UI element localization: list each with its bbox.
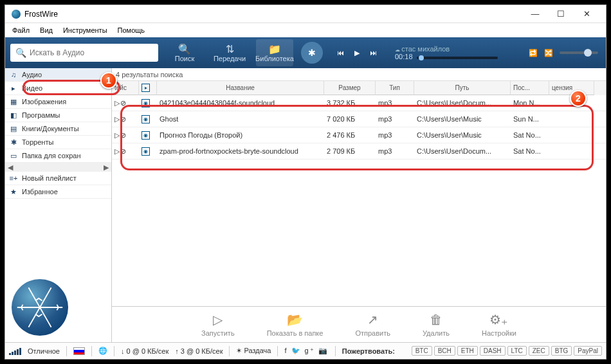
sidebar-item-starred[interactable]: ★Избранное — [5, 185, 111, 199]
flag-icon[interactable] — [73, 347, 85, 355]
volume-slider[interactable] — [560, 51, 598, 54]
col-name[interactable]: Название — [157, 81, 324, 95]
sidebar-item-images[interactable]: ▦Изображения — [5, 95, 111, 109]
crypto-btc[interactable]: BTC — [412, 346, 432, 356]
col-icon[interactable]: ▸ — [139, 81, 157, 95]
row-path: C:\Users\User\Music — [414, 111, 511, 127]
app-window: FrostWire — ☐ ✕ Файл Вид Инструменты Пом… — [5, 5, 606, 359]
col-size[interactable]: Размер — [324, 81, 376, 95]
col-date[interactable]: Пос... — [511, 81, 549, 95]
statusbar: Отличное 🌐 ↓ 0 @ 0 КБ/сек ↑ 3 @ 0 КБ/сек… — [5, 342, 606, 359]
table-row[interactable]: ▷ ⊘ ◉ 0421043e04440438044f-soundcloud 3 … — [112, 95, 606, 111]
progress-bar[interactable] — [417, 57, 498, 59]
app-icon — [12, 10, 21, 19]
menubar: Файл Вид Инструменты Помощь — [5, 23, 606, 37]
toolbar: 🔍 🔍 Поиск ⇅ Передачи 📁 Библиотека ✱ ⏮ ▶ … — [5, 37, 606, 68]
row-name: 0421043e04440438044f-soundcloud — [157, 95, 324, 111]
table-header: tейс ▸ Название Размер Тип Путь Пос... ц… — [112, 81, 606, 95]
open-folder-icon: 📂 — [287, 312, 303, 327]
tab-transfers[interactable]: ⇅ Передачи — [211, 39, 248, 66]
action-delete[interactable]: 🗑Удалить — [423, 313, 450, 337]
row-actions[interactable]: ▷ ⊘ — [112, 111, 139, 127]
table-row[interactable]: ▷ ⊘ ◉ Ghost 7 020 КБ mp3 C:\Users\User\M… — [112, 111, 606, 127]
col-type[interactable]: Тип — [376, 81, 414, 95]
action-settings[interactable]: ⚙₊Настройки — [482, 312, 516, 337]
tab-search[interactable]: 🔍 Поиск — [166, 39, 203, 66]
row-actions[interactable]: ▷ ⊘ — [112, 143, 139, 159]
action-showfolder[interactable]: 📂Показать в папке — [267, 312, 324, 337]
social-icons[interactable]: f 🐦 g⁺ 📷 — [284, 347, 328, 355]
repeat-button[interactable]: 🔁 — [529, 49, 538, 57]
crypto-ltc[interactable]: LTC — [507, 346, 527, 356]
program-icon: ◧ — [9, 111, 18, 120]
right-controls: 🔁 🔀 — [529, 49, 598, 57]
row-date: Mon N... — [511, 95, 549, 111]
action-play[interactable]: ▷Запустить — [201, 312, 235, 337]
player-controls: ⏮ ▶ ⏭ — [337, 49, 377, 57]
sidebar-item-savefolder[interactable]: ▭Папка для сохран — [5, 149, 111, 163]
crypto-bch[interactable]: BCH — [434, 346, 455, 356]
tab-library[interactable]: 📁 Библиотека — [256, 39, 293, 66]
row-date: Sat No... — [511, 127, 549, 143]
row-size: 2 709 КБ — [324, 143, 376, 159]
table-body: ▷ ⊘ ◉ 0421043e04440438044f-soundcloud 3 … — [112, 95, 606, 306]
crypto-dash[interactable]: DASH — [480, 346, 506, 356]
sidebar-item-programs[interactable]: ◧Программы — [5, 109, 111, 122]
gear-icon: ⚙₊ — [489, 312, 508, 327]
sidebar-item-audio[interactable]: ♫Аудио▾ — [5, 68, 111, 82]
row-type-icon: ◉ — [139, 143, 157, 159]
frostwire-logo-button[interactable]: ✱ — [301, 42, 323, 64]
maximize-button[interactable]: ☐ — [548, 5, 574, 23]
row-size: 2 476 КБ — [324, 127, 376, 143]
music-icon: ♫ — [9, 71, 18, 78]
row-actions[interactable]: ▷ ⊘ — [112, 127, 139, 143]
table-row[interactable]: ▷ ⊘ ◉ zpam-prod-fortnoxpockets-bryte-sou… — [112, 143, 606, 159]
row-actions[interactable]: ▷ ⊘ — [112, 95, 139, 111]
status-quality: Отличное — [28, 347, 60, 355]
seed-status[interactable]: ✶ Раздача — [236, 347, 271, 355]
frostwire-logo — [12, 279, 68, 336]
action-send[interactable]: ↗Отправить — [355, 312, 390, 337]
sidebar-item-newplaylist[interactable]: ≡+Новый плейлист — [5, 172, 111, 185]
play-button[interactable]: ▶ — [354, 49, 360, 57]
folder-icon: ▭ — [9, 152, 18, 160]
search-input[interactable] — [30, 48, 153, 57]
shuffle-button[interactable]: 🔀 — [544, 49, 553, 57]
crypto-zec[interactable]: ZEC — [529, 346, 549, 356]
col-license[interactable]: цензия — [549, 81, 594, 95]
search-box[interactable]: 🔍 — [10, 44, 158, 62]
menu-file[interactable]: Файл — [8, 25, 34, 35]
col-path[interactable]: Путь — [414, 81, 511, 95]
content-pane: 4 результаты поиска tейс ▸ Название Разм… — [112, 68, 606, 342]
share-icon: ↗ — [367, 312, 378, 327]
menu-tools[interactable]: Инструменты — [59, 25, 112, 35]
row-type-icon: ◉ — [139, 111, 157, 127]
row-type: mp3 — [376, 111, 414, 127]
sidebar-item-documents[interactable]: ▤Книги/Документы — [5, 122, 111, 136]
play-icon: ▷ — [213, 312, 223, 327]
logo-area — [5, 273, 111, 342]
sidebar-item-torrents[interactable]: ✱Торренты — [5, 136, 111, 149]
now-playing: ☁ стас михайлов 00:18 — [395, 45, 498, 60]
close-button[interactable]: ✕ — [574, 5, 599, 23]
video-icon: ▸ — [9, 84, 18, 93]
col-actions[interactable]: tейс — [112, 81, 139, 95]
actionbar: ▷Запустить 📂Показать в папке ↗Отправить … — [112, 306, 606, 342]
menu-view[interactable]: Вид — [35, 25, 57, 35]
sidebar-item-video[interactable]: ▸Видео — [5, 82, 111, 95]
crypto-paypal[interactable]: PayPal — [574, 346, 602, 356]
vpn-icon[interactable]: 🌐 — [98, 347, 107, 355]
menu-help[interactable]: Помощь — [113, 25, 150, 35]
prev-button[interactable]: ⏮ — [337, 49, 344, 57]
main-body: ♫Аудио▾ ▸Видео ▦Изображения ◧Программы ▤… — [5, 68, 606, 342]
sidebar-scroll[interactable]: ◀▶ — [5, 163, 111, 172]
row-date: Sun N... — [511, 111, 549, 127]
torrent-icon: ✱ — [9, 138, 18, 147]
crypto-eth[interactable]: ETH — [457, 346, 478, 356]
trash-icon: 🗑 — [430, 313, 442, 327]
table-row[interactable]: ▷ ⊘ ◉ Прогноз Погоды (Второй) 2 476 КБ m… — [112, 127, 606, 143]
crypto-btg[interactable]: BTG — [551, 346, 572, 356]
minimize-button[interactable]: — — [522, 5, 548, 23]
playlist-icon: ≡+ — [9, 174, 18, 182]
next-button[interactable]: ⏭ — [370, 49, 377, 57]
